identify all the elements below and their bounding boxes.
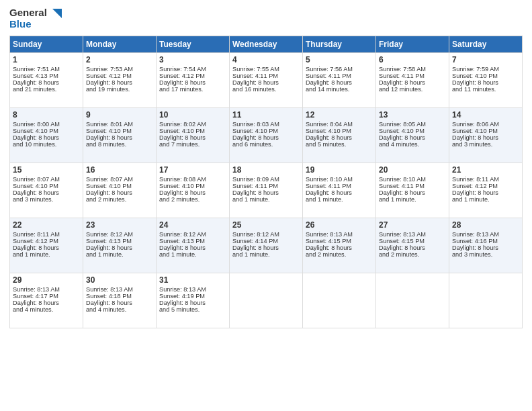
day-info-line: Sunrise: 8:10 AM: [306, 176, 373, 183]
day-info-line: Sunset: 4:11 PM: [232, 73, 300, 79]
day-info-line: and 1 minute.: [232, 196, 300, 203]
day-number: 20: [379, 165, 446, 175]
day-info-line: Sunrise: 8:09 AM: [232, 176, 300, 183]
day-info-line: Sunrise: 8:12 AM: [232, 231, 300, 238]
calendar-cell: 9Sunrise: 8:01 AMSunset: 4:10 PMDaylight…: [83, 107, 157, 163]
day-info-line: and 1 minute.: [86, 251, 153, 258]
day-number: 2: [86, 55, 153, 64]
day-info-line: Sunset: 4:10 PM: [232, 128, 300, 134]
day-info-line: Sunrise: 8:07 AM: [86, 176, 153, 183]
day-header-monday: Monday: [83, 36, 157, 52]
day-info-line: and 1 minute.: [13, 251, 80, 258]
day-number: 11: [232, 110, 300, 120]
day-info-line: Sunrise: 8:13 AM: [159, 286, 226, 293]
day-info-line: Daylight: 8 hours: [13, 244, 80, 251]
day-header-saturday: Saturday: [449, 36, 523, 52]
calendar-cell: 1Sunrise: 7:51 AMSunset: 4:13 PMDaylight…: [10, 52, 83, 107]
day-info-line: Sunrise: 8:12 AM: [86, 231, 153, 238]
day-number: 24: [159, 220, 226, 230]
day-info-line: and 19 minutes.: [86, 86, 153, 93]
day-number: 25: [232, 220, 300, 230]
week-row-2: 8Sunrise: 8:00 AMSunset: 4:10 PMDaylight…: [10, 107, 523, 163]
day-info-line: Sunset: 4:13 PM: [159, 238, 226, 244]
day-info-line: Sunset: 4:11 PM: [232, 183, 300, 189]
day-info-line: Sunrise: 8:11 AM: [13, 231, 80, 238]
calendar-cell: 28Sunrise: 8:13 AMSunset: 4:16 PMDayligh…: [449, 218, 523, 273]
day-number: 12: [306, 110, 373, 120]
calendar-cell: 8Sunrise: 8:00 AMSunset: 4:10 PMDaylight…: [10, 107, 83, 163]
day-info-line: and 1 minute.: [306, 196, 373, 203]
day-header-friday: Friday: [376, 36, 449, 52]
day-info-line: Sunrise: 8:03 AM: [232, 121, 300, 128]
day-number: 7: [452, 55, 519, 64]
calendar-cell: 6Sunrise: 7:58 AMSunset: 4:11 PMDaylight…: [376, 52, 449, 107]
logo-text: General Blue: [9, 7, 62, 30]
day-info-line: Daylight: 8 hours: [86, 244, 153, 251]
day-info-line: and 2 minutes.: [86, 196, 153, 203]
day-info-line: Sunrise: 8:08 AM: [159, 176, 226, 183]
day-info-line: Sunrise: 7:58 AM: [379, 66, 446, 73]
day-info-line: Sunset: 4:10 PM: [159, 183, 226, 189]
day-number: 17: [159, 165, 226, 175]
day-header-wednesday: Wednesday: [230, 36, 303, 52]
calendar-cell: 16Sunrise: 8:07 AMSunset: 4:10 PMDayligh…: [83, 163, 157, 218]
day-info-line: Daylight: 8 hours: [159, 79, 226, 86]
day-info-line: and 3 minutes.: [452, 251, 519, 258]
calendar-cell: 19Sunrise: 8:10 AMSunset: 4:11 PMDayligh…: [303, 163, 376, 218]
day-info-line: and 1 minute.: [379, 196, 446, 203]
day-info-line: and 1 minute.: [159, 251, 226, 258]
calendar-cell: 2Sunrise: 7:53 AMSunset: 4:12 PMDaylight…: [83, 52, 157, 107]
day-info-line: Daylight: 8 hours: [13, 300, 80, 306]
day-info-line: and 3 minutes.: [13, 196, 80, 203]
day-info-line: Sunrise: 7:55 AM: [232, 66, 300, 73]
day-info-line: Sunset: 4:10 PM: [306, 128, 373, 134]
calendar-cell: 26Sunrise: 8:13 AMSunset: 4:15 PMDayligh…: [303, 218, 376, 273]
day-info-line: Daylight: 8 hours: [159, 189, 226, 196]
calendar-cell: 24Sunrise: 8:12 AMSunset: 4:13 PMDayligh…: [157, 218, 230, 273]
day-info-line: Sunrise: 8:13 AM: [13, 286, 80, 293]
svg-marker-0: [52, 9, 62, 18]
day-info-line: Daylight: 8 hours: [86, 300, 153, 306]
day-info-line: Sunset: 4:13 PM: [86, 238, 153, 244]
week-row-4: 22Sunrise: 8:11 AMSunset: 4:12 PMDayligh…: [10, 218, 523, 273]
day-info-line: Sunset: 4:11 PM: [379, 73, 446, 79]
day-info-line: Daylight: 8 hours: [13, 79, 80, 86]
day-info-line: Sunrise: 8:06 AM: [452, 121, 519, 128]
day-info-line: Sunset: 4:10 PM: [13, 128, 80, 134]
day-number: 22: [13, 220, 80, 230]
calendar-cell: 10Sunrise: 8:02 AMSunset: 4:10 PMDayligh…: [157, 107, 230, 163]
calendar-cell: [303, 273, 376, 328]
day-info-line: Sunset: 4:14 PM: [232, 238, 300, 244]
day-info-line: Sunrise: 7:54 AM: [159, 66, 226, 73]
day-info-line: Daylight: 8 hours: [232, 79, 300, 86]
day-info-line: Daylight: 8 hours: [379, 189, 446, 196]
day-info-line: Sunrise: 8:13 AM: [306, 231, 373, 238]
day-info-line: Daylight: 8 hours: [379, 79, 446, 86]
day-info-line: Sunset: 4:10 PM: [452, 73, 519, 79]
day-number: 9: [86, 110, 153, 120]
calendar-cell: 17Sunrise: 8:08 AMSunset: 4:10 PMDayligh…: [157, 163, 230, 218]
day-info-line: Daylight: 8 hours: [159, 244, 226, 251]
day-info-line: and 2 minutes.: [159, 196, 226, 203]
day-header-sunday: Sunday: [10, 36, 83, 52]
day-info-line: Sunset: 4:15 PM: [379, 238, 446, 244]
day-info-line: and 10 minutes.: [13, 141, 80, 148]
day-number: 6: [379, 55, 446, 64]
day-number: 23: [86, 220, 153, 230]
day-info-line: Sunrise: 8:01 AM: [86, 121, 153, 128]
day-info-line: Daylight: 8 hours: [452, 79, 519, 86]
day-header-thursday: Thursday: [303, 36, 376, 52]
day-info-line: Daylight: 8 hours: [306, 244, 373, 251]
day-info-line: Daylight: 8 hours: [86, 79, 153, 86]
day-number: 14: [452, 110, 519, 120]
day-info-line: Daylight: 8 hours: [379, 134, 446, 141]
day-number: 30: [86, 275, 153, 285]
calendar-cell: 14Sunrise: 8:06 AMSunset: 4:10 PMDayligh…: [449, 107, 523, 163]
day-info-line: Daylight: 8 hours: [232, 134, 300, 141]
day-header-tuesday: Tuesday: [157, 36, 230, 52]
calendar-cell: 11Sunrise: 8:03 AMSunset: 4:10 PMDayligh…: [230, 107, 303, 163]
calendar-cell: 15Sunrise: 8:07 AMSunset: 4:10 PMDayligh…: [10, 163, 83, 218]
day-info-line: Sunset: 4:12 PM: [159, 73, 226, 79]
day-info-line: and 16 minutes.: [232, 86, 300, 93]
day-number: 28: [452, 220, 519, 230]
